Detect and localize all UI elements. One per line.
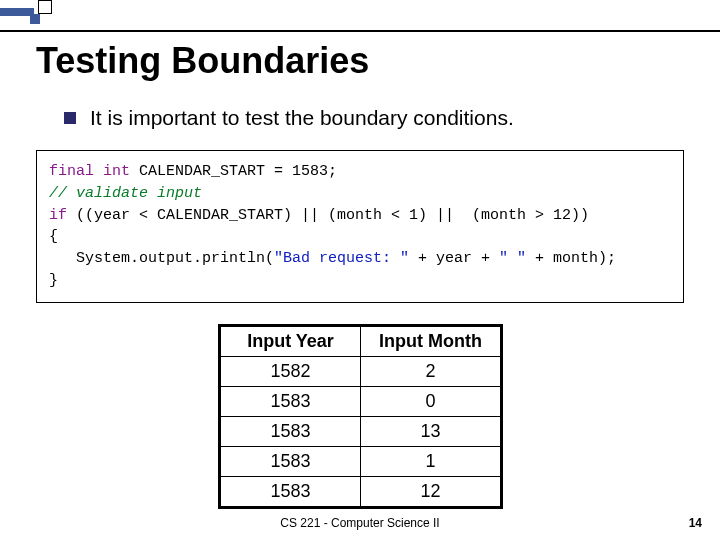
- code-block: final int CALENDAR_START = 1583; // vali…: [36, 150, 684, 303]
- code-kw: if: [49, 207, 67, 224]
- col-month: Input Month: [361, 327, 501, 357]
- cell-month: 0: [361, 387, 501, 417]
- title-underline: [0, 30, 720, 32]
- code-text: System.output.println(: [49, 250, 274, 267]
- col-year: Input Year: [221, 327, 361, 357]
- code-text: }: [49, 272, 58, 289]
- code-string: " ": [499, 250, 526, 267]
- cell-year: 1582: [221, 357, 361, 387]
- cell-month: 1: [361, 447, 501, 477]
- cell-month: 13: [361, 417, 501, 447]
- bullet-text: It is important to test the boundary con…: [90, 106, 514, 130]
- code-string: "Bad request: ": [274, 250, 409, 267]
- cell-year: 1583: [221, 387, 361, 417]
- code-text: {: [49, 228, 58, 245]
- cell-month: 12: [361, 477, 501, 507]
- footer-text: CS 221 - Computer Science II: [0, 516, 720, 530]
- cell-year: 1583: [221, 417, 361, 447]
- bullet-item: It is important to test the boundary con…: [64, 106, 680, 130]
- table-row: 1583 13: [221, 417, 501, 447]
- code-text: + year +: [409, 250, 499, 267]
- code-kw: int: [94, 163, 130, 180]
- table-row: 1582 2: [221, 357, 501, 387]
- cell-month: 2: [361, 357, 501, 387]
- cell-year: 1583: [221, 477, 361, 507]
- code-text: CALENDAR_START = 1583;: [130, 163, 337, 180]
- code-kw: final: [49, 163, 94, 180]
- page-title: Testing Boundaries: [36, 40, 369, 82]
- table-row: 1583 12: [221, 477, 501, 507]
- code-comment: // validate input: [49, 185, 202, 202]
- table-header-row: Input Year Input Month: [221, 327, 501, 357]
- square-bullet-icon: [64, 112, 76, 124]
- cell-year: 1583: [221, 447, 361, 477]
- table-row: 1583 0: [221, 387, 501, 417]
- boundary-table: Input Year Input Month 1582 2 1583 0 158…: [218, 324, 503, 509]
- code-text: + month);: [526, 250, 616, 267]
- table-row: 1583 1: [221, 447, 501, 477]
- code-text: ((year < CALENDAR_START) || (month < 1) …: [67, 207, 589, 224]
- page-number: 14: [689, 516, 702, 530]
